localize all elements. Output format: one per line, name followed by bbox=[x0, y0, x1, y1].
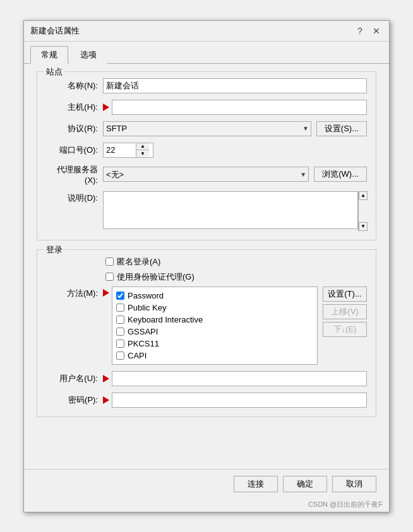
anon-row: 匿名登录(A) bbox=[46, 256, 367, 268]
site-section: 站点 名称(N): 主机(H): 协议(R): SFTP FTP S bbox=[37, 71, 376, 240]
desc-scrollbar: ▲ ▼ bbox=[358, 191, 367, 231]
method-pkcs11-label: PKCS11 bbox=[128, 339, 159, 348]
protocol-select-wrapper: SFTP FTP SCP WebDAV ▼ bbox=[103, 121, 311, 136]
proxy-auth-row: 使用身份验证代理(G) bbox=[46, 271, 367, 283]
port-label: 端口号(O): bbox=[46, 145, 103, 156]
desc-scrollbar-up-button[interactable]: ▲ bbox=[359, 191, 368, 200]
host-input[interactable] bbox=[112, 100, 367, 115]
method-arrow-icon bbox=[103, 289, 109, 297]
method-pkcs11-checkbox[interactable] bbox=[116, 340, 124, 348]
method-password-label: Password bbox=[128, 291, 164, 300]
login-section-title: 登录 bbox=[44, 244, 65, 256]
method-item-capi: CAPI bbox=[116, 350, 313, 362]
desc-label: 说明(D): bbox=[46, 191, 103, 204]
method-keyboard-checkbox[interactable] bbox=[116, 316, 124, 324]
proxy-auth-checkbox[interactable] bbox=[105, 273, 114, 281]
proxy-auth-label: 使用身份验证代理(G) bbox=[117, 271, 195, 283]
dialog-title: 新建会话属性 bbox=[30, 25, 80, 37]
method-publickey-label: Public Key bbox=[128, 303, 166, 312]
username-input[interactable] bbox=[112, 371, 367, 386]
username-row: 用户名(U): bbox=[46, 371, 367, 386]
method-buttons-area: 设置(T)... 上移(V) 下↓(E) bbox=[323, 287, 367, 337]
proxy-select-wrapper: <无> ▼ bbox=[103, 167, 309, 182]
method-password-checkbox[interactable] bbox=[116, 292, 124, 300]
tab-options[interactable]: 选项 bbox=[69, 46, 107, 64]
ok-button[interactable]: 确定 bbox=[283, 476, 327, 492]
title-bar-buttons: ? ✕ bbox=[354, 25, 383, 37]
protocol-select[interactable]: SFTP FTP SCP WebDAV bbox=[103, 121, 311, 136]
watermark: CSDN @日出前的千夜F bbox=[24, 499, 389, 512]
method-gssapi-label: GSSAPI bbox=[128, 327, 158, 336]
method-item-pkcs11: PKCS11 bbox=[116, 338, 313, 350]
close-button[interactable]: ✕ bbox=[370, 25, 383, 37]
method-publickey-checkbox[interactable] bbox=[116, 304, 124, 312]
desc-scrollbar-down-button[interactable]: ▼ bbox=[359, 222, 368, 231]
method-row: 方法(M): Password Public Key bbox=[46, 287, 367, 365]
proxy-browse-button[interactable]: 浏览(W)... bbox=[314, 167, 367, 182]
login-section: 登录 匿名登录(A) 使用身份验证代理(G) 方法(M): bbox=[37, 249, 376, 417]
desc-scrollbar-track bbox=[359, 200, 367, 222]
cancel-button[interactable]: 取消 bbox=[332, 476, 376, 492]
proxy-select[interactable]: <无> bbox=[103, 167, 309, 182]
port-down-button[interactable]: ▼ bbox=[136, 150, 149, 157]
tab-general[interactable]: 常规 bbox=[30, 46, 68, 64]
password-label: 密码(P): bbox=[46, 394, 103, 406]
method-item-password: Password bbox=[116, 290, 313, 302]
proxy-label: 代理服务器(X): bbox=[46, 164, 103, 185]
help-button[interactable]: ? bbox=[354, 25, 366, 37]
password-input[interactable] bbox=[112, 393, 367, 408]
protocol-row: 协议(R): SFTP FTP SCP WebDAV ▼ 设置(S)... bbox=[46, 121, 367, 136]
connect-button[interactable]: 连接 bbox=[234, 476, 278, 492]
desc-textarea-wrapper: ▲ ▼ bbox=[103, 191, 367, 231]
port-row: 端口号(O): ▲ ▼ bbox=[46, 143, 367, 158]
anon-checkbox[interactable] bbox=[105, 257, 114, 266]
anon-label: 匿名登录(A) bbox=[117, 256, 160, 268]
method-label: 方法(M): bbox=[46, 287, 103, 299]
name-input[interactable] bbox=[103, 78, 367, 93]
protocol-settings-button[interactable]: 设置(S)... bbox=[316, 121, 367, 136]
tab-bar: 常规 选项 bbox=[24, 42, 389, 64]
host-label: 主机(H): bbox=[46, 102, 103, 113]
host-row: 主机(H): bbox=[46, 100, 367, 115]
dialog-footer: 连接 确定 取消 bbox=[24, 469, 389, 499]
protocol-label: 协议(R): bbox=[46, 123, 103, 134]
port-input[interactable] bbox=[104, 143, 136, 157]
proxy-row: 代理服务器(X): <无> ▼ 浏览(W)... bbox=[46, 164, 367, 185]
dialog: 新建会话属性 ? ✕ 常规 选项 站点 名称(N): 主机(H): bbox=[23, 20, 390, 512]
method-capi-checkbox[interactable] bbox=[116, 352, 124, 360]
method-settings-button[interactable]: 设置(T)... bbox=[323, 287, 367, 302]
method-item-gssapi: GSSAPI bbox=[116, 326, 313, 338]
method-area: Password Public Key Keyboard Interactive bbox=[103, 287, 367, 365]
name-label: 名称(N): bbox=[46, 80, 103, 92]
desc-row: 说明(D): ▲ ▼ bbox=[46, 191, 367, 231]
method-down-button[interactable]: 下↓(E) bbox=[323, 322, 367, 337]
host-arrow-icon bbox=[103, 103, 109, 111]
username-label: 用户名(U): bbox=[46, 373, 103, 384]
site-section-title: 站点 bbox=[44, 66, 65, 78]
title-bar: 新建会话属性 ? ✕ bbox=[24, 21, 389, 42]
method-item-keyboard: Keyboard Interactive bbox=[116, 314, 313, 326]
method-item-publickey: Public Key bbox=[116, 302, 313, 314]
method-keyboard-label: Keyboard Interactive bbox=[128, 315, 203, 324]
method-up-button[interactable]: 上移(V) bbox=[323, 304, 367, 319]
method-gssapi-checkbox[interactable] bbox=[116, 328, 124, 336]
password-row: 密码(P): bbox=[46, 393, 367, 408]
username-arrow-icon bbox=[103, 375, 109, 382]
desc-textarea[interactable] bbox=[103, 191, 358, 229]
name-row: 名称(N): bbox=[46, 78, 367, 93]
password-arrow-icon bbox=[103, 396, 109, 404]
method-capi-label: CAPI bbox=[128, 351, 147, 360]
port-up-button[interactable]: ▲ bbox=[136, 143, 149, 151]
method-list: Password Public Key Keyboard Interactive bbox=[112, 287, 318, 365]
content-area: 站点 名称(N): 主机(H): 协议(R): SFTP FTP S bbox=[24, 64, 389, 469]
port-spinbox: ▲ ▼ bbox=[103, 143, 153, 158]
